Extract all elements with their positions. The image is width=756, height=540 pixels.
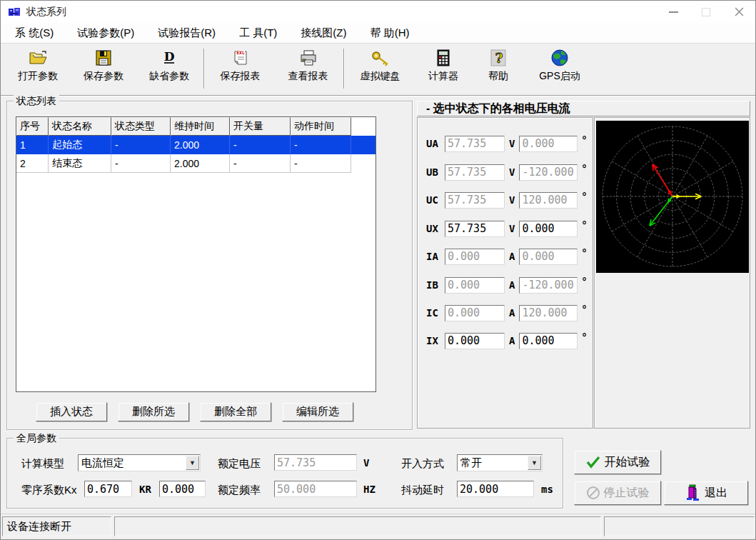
toolbar-calculator[interactable]: 计算器	[414, 47, 473, 91]
rated-freq-input[interactable]	[274, 481, 357, 497]
ix-magnitude-input[interactable]	[445, 333, 505, 349]
phase-panel-title: - 选中状态下的各相电压电流	[417, 101, 750, 116]
phase-row-uc: UC V °	[426, 191, 586, 209]
unit-label: A	[509, 335, 515, 346]
menu-wiring-diagram[interactable]: 接线图(Z)	[292, 24, 355, 43]
toolbar-default-params[interactable]: D 缺省参数	[136, 47, 202, 91]
calculator-icon	[435, 47, 451, 69]
edit-selected-button[interactable]: 编辑所选	[282, 402, 353, 421]
menu-system[interactable]: 系 统(S)	[6, 24, 62, 43]
question-icon: ?	[489, 47, 508, 69]
degree-symbol: °	[582, 219, 586, 231]
ua-angle-input[interactable]	[519, 136, 578, 152]
stop-test-button[interactable]: 停止试验	[574, 481, 661, 505]
toolbar-save-params[interactable]: 保存参数	[71, 47, 136, 91]
status-panel-middle	[114, 516, 601, 536]
menu-test-params[interactable]: 试验参数(P)	[69, 24, 143, 43]
ux-magnitude-input[interactable]	[445, 221, 505, 237]
menu-help[interactable]: 帮 助(H)	[361, 24, 418, 43]
phase-row-ib: IB A °	[426, 276, 586, 294]
close-button[interactable]	[722, 1, 755, 23]
phase-label: IX	[426, 335, 445, 346]
status-bar: 设备连接断开	[1, 514, 755, 540]
chevron-down-icon[interactable]: ▼	[186, 456, 199, 470]
input-mode-select[interactable]: 常开 ▼	[457, 454, 543, 471]
cell-seq: 1	[16, 136, 49, 154]
device-status-panel: 设备连接断开	[2, 516, 111, 536]
chevron-down-icon[interactable]: ▼	[528, 456, 541, 470]
menu-tools[interactable]: 工 具(T)	[231, 24, 286, 43]
column-header[interactable]: 动作时间	[291, 117, 351, 136]
phase-fields-panel: UA V ° UB V ° UC V ° UX V ° IA A ° IB A …	[417, 117, 593, 429]
phasor-svg	[596, 121, 749, 273]
column-header[interactable]: 序号	[16, 117, 49, 136]
degree-symbol: °	[582, 190, 586, 202]
start-test-button[interactable]: 开始试验	[574, 450, 661, 474]
ia-angle-input[interactable]	[519, 249, 578, 265]
column-header[interactable]: 开关量	[230, 117, 291, 136]
device-status-text: 设备连接断开	[7, 520, 71, 534]
globe-icon	[550, 47, 569, 69]
toolbar-save-report[interactable]: EXL 保存报表	[206, 47, 274, 91]
exit-button[interactable]: 退出	[664, 481, 748, 505]
app-icon[interactable]	[8, 6, 21, 19]
calc-model-select[interactable]: 电流恒定 ▼	[78, 454, 201, 471]
rated-voltage-input[interactable]	[274, 454, 357, 471]
phase-row-ub: UB V °	[426, 164, 586, 181]
toolbar-open-params[interactable]: 打开参数	[5, 47, 71, 91]
ic-magnitude-input[interactable]	[445, 305, 505, 321]
exit-label: 退出	[705, 486, 727, 501]
toolbar-help[interactable]: ? 帮助	[473, 47, 524, 91]
phase-label: UA	[426, 138, 445, 149]
ub-magnitude-input[interactable]	[445, 164, 505, 181]
column-header[interactable]: 维持时间	[171, 117, 230, 136]
ib-angle-input[interactable]	[519, 277, 578, 294]
column-header[interactable]: 状态类型	[111, 117, 171, 136]
title-bar: 状态系列	[1, 1, 755, 23]
ib-magnitude-input[interactable]	[445, 277, 505, 294]
column-header[interactable]: 状态名称	[49, 117, 111, 136]
menu-test-report[interactable]: 试验报告(R)	[149, 24, 224, 43]
degree-symbol: °	[582, 331, 586, 343]
uc-angle-input[interactable]	[519, 192, 578, 209]
ia-magnitude-input[interactable]	[445, 249, 505, 265]
ic-angle-input[interactable]	[519, 305, 578, 321]
stop-test-label: 停止试验	[604, 486, 650, 501]
rated-freq-unit: HZ	[363, 484, 376, 495]
table-row-selected[interactable]: 1 起始态 - 2.000 - -	[16, 136, 376, 154]
phase-row-ia: IA A °	[426, 248, 586, 265]
ua-magnitude-input[interactable]	[445, 136, 505, 152]
input-mode-value: 常开	[458, 456, 528, 470]
delete-all-button[interactable]: 删除全部	[200, 402, 271, 421]
debounce-input[interactable]	[457, 481, 534, 497]
toolbar-separator	[343, 49, 345, 89]
calc-model-value: 电流恒定	[79, 456, 186, 470]
toolbar-gps-start[interactable]: GPS启动	[524, 47, 595, 91]
phase-label: UB	[426, 166, 445, 178]
open-folder-icon	[28, 47, 48, 69]
phase-label: UC	[426, 194, 445, 206]
kr-input[interactable]	[159, 481, 206, 497]
phase-row-ux: UX V °	[426, 220, 586, 237]
toolbar-label: 保存参数	[84, 70, 124, 83]
toolbar-label: GPS启动	[539, 70, 580, 83]
unit-label: A	[509, 279, 515, 291]
maximize-button[interactable]	[690, 1, 722, 23]
phase-label: IA	[426, 251, 445, 262]
uc-magnitude-input[interactable]	[445, 192, 505, 209]
toolbar-view-report[interactable]: 查看报表	[274, 47, 342, 91]
toolbar-virtual-keyboard[interactable]: 虚拟键盘	[346, 47, 414, 91]
ub-angle-input[interactable]	[519, 164, 578, 181]
insert-state-button[interactable]: 插入状态	[36, 402, 107, 421]
ix-angle-input[interactable]	[519, 333, 578, 349]
minimize-button[interactable]	[657, 1, 690, 23]
toolbar: 打开参数 保存参数 D 缺省参数	[1, 44, 755, 96]
cell-state-type: -	[111, 154, 171, 173]
delete-selected-button[interactable]: 删除所选	[118, 402, 189, 421]
cell-hold-time: 2.000	[171, 154, 230, 173]
phasor-diagram	[596, 121, 749, 273]
zero-seq-kx-input[interactable]	[84, 481, 132, 497]
ux-angle-input[interactable]	[519, 221, 578, 237]
global-params-title: 全局参数	[14, 432, 59, 445]
table-row[interactable]: 2 结束态 - 2.000 - -	[16, 154, 376, 173]
